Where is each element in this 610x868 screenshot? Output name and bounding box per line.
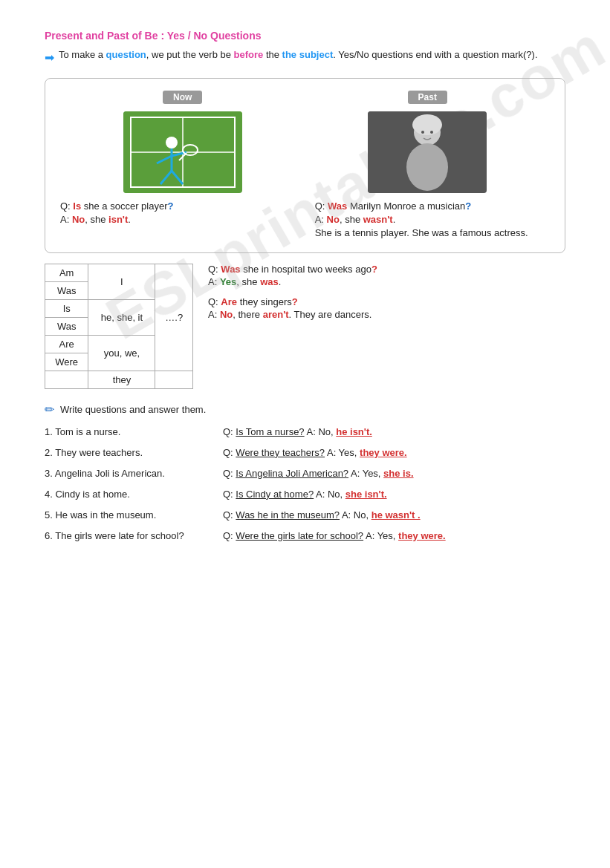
ex-right-5: Q: Was he in the museum? A: No, he wasn'… bbox=[223, 507, 565, 523]
ex-right-1: Q: Is Tom a nurse? A: No, he isn't. bbox=[223, 424, 565, 440]
pencil-icon: ✏ bbox=[45, 402, 54, 417]
table-row: they bbox=[45, 371, 193, 388]
exercise-item-3: 3. Angelina Joli is American. Q: Is Ange… bbox=[45, 466, 565, 482]
ex-left-4: 4. Cindy is at home. bbox=[45, 486, 208, 503]
exercise-item-4: 4. Cindy is at home. Q: Is Cindy at home… bbox=[45, 486, 565, 503]
now-past-row: Now Past bbox=[60, 91, 550, 104]
dots-1: ….? bbox=[155, 264, 193, 371]
exercise-item-6: 6. The girls were late for school? Q: We… bbox=[45, 528, 565, 544]
verb-table-container: Am I ….? Was Is he, she, it Was Are you,… bbox=[45, 264, 193, 389]
qa-block-2: Q: Are they singers? A: No, there aren't… bbox=[208, 296, 565, 320]
past-label: Past bbox=[408, 91, 447, 104]
ex-right-2: Q: Were they teachers? A: Yes, they were… bbox=[223, 445, 565, 461]
q3-text: Q: Was she in hospital two weeks ago? bbox=[208, 264, 565, 275]
verb-am: Am bbox=[45, 264, 88, 281]
marilyn-image bbox=[368, 111, 487, 193]
subj-they: they bbox=[88, 371, 155, 388]
verb-table: Am I ….? Was Is he, she, it Was Are you,… bbox=[45, 264, 193, 389]
q1-text: Q: Is she a soccer player? bbox=[60, 200, 295, 212]
intro-text: To make a question, we put the verb be b… bbox=[59, 48, 538, 63]
a2-extra: She is a tennis player. She was a famous… bbox=[315, 227, 550, 238]
exercise-item-2: 2. They were teachers. Q: Were they teac… bbox=[45, 445, 565, 461]
exercise-item-1: 1. Tom is a nurse. Q: Is Tom a nurse? A:… bbox=[45, 424, 565, 440]
verb-were: Were bbox=[45, 353, 88, 371]
intro-line: ➡ To make a question, we put the verb be… bbox=[45, 48, 565, 68]
exercise-header: ✏ Write questions and answer them. bbox=[45, 402, 565, 417]
a3-text: A: Yes, she was. bbox=[208, 276, 565, 287]
ex-left-3: 3. Angelina Joli is American. bbox=[45, 466, 208, 482]
marilyn-svg bbox=[368, 111, 487, 193]
ex-left-6: 6. The girls were late for school? bbox=[45, 528, 208, 544]
q4-text: Q: Are they singers? bbox=[208, 296, 565, 307]
q-left: Q: Is she a soccer player? A: No, she is… bbox=[60, 200, 295, 241]
main-box: Now Past bbox=[45, 78, 565, 253]
images-row bbox=[60, 111, 550, 193]
verb-is: Is bbox=[45, 299, 88, 317]
a1-text: A: No, she isn't. bbox=[60, 214, 295, 225]
svg-point-17 bbox=[430, 131, 433, 134]
ex-left-1: 1. Tom is a nurse. bbox=[45, 424, 208, 440]
ex-right-6: Q: Were the girls late for school? A: Ye… bbox=[223, 528, 565, 544]
title: Present and Past of Be : Yes / No Questi… bbox=[45, 30, 565, 42]
subj-youwe: you, we, bbox=[88, 335, 155, 371]
a2-text: A: No, she wasn't. bbox=[315, 214, 550, 225]
q2-text: Q: Was Marilyn Monroe a musician? bbox=[315, 200, 550, 212]
subj-i: I bbox=[88, 264, 155, 299]
verb-was2: Was bbox=[45, 317, 88, 335]
svg-point-4 bbox=[166, 137, 178, 149]
verb-was1: Was bbox=[45, 281, 88, 299]
exercise-instruction: Write questions and answer them. bbox=[60, 404, 206, 415]
ex-right-4: Q: Is Cindy at home? A: No, she isn't. bbox=[223, 486, 565, 503]
ex-left-5: 5. He was in the museum. bbox=[45, 507, 208, 523]
right-qa-section: Q: Was she in hospital two weeks ago? A:… bbox=[208, 264, 565, 389]
q-right: Q: Was Marilyn Monroe a musician? A: No,… bbox=[315, 200, 550, 241]
grammar-section: Am I ….? Was Is he, she, it Was Are you,… bbox=[45, 264, 565, 389]
tennis-svg bbox=[123, 111, 242, 193]
exercises-section: ✏ Write questions and answer them. 1. To… bbox=[45, 402, 565, 545]
now-label: Now bbox=[163, 91, 202, 104]
arrow-icon: ➡ bbox=[45, 48, 54, 68]
svg-point-16 bbox=[421, 131, 424, 134]
q-row: Q: Is she a soccer player? A: No, she is… bbox=[60, 200, 550, 241]
table-row: Am I ….? bbox=[45, 264, 193, 281]
svg-point-14 bbox=[406, 143, 448, 191]
tennis-image bbox=[123, 111, 242, 193]
subj-hesheit: he, she, it bbox=[88, 299, 155, 335]
a4-text: A: No, there aren't. They are dancers. bbox=[208, 309, 565, 320]
exercise-item-5: 5. He was in the museum. Q: Was he in th… bbox=[45, 507, 565, 523]
ex-left-2: 2. They were teachers. bbox=[45, 445, 208, 461]
svg-point-15 bbox=[412, 114, 442, 135]
qa-block-1: Q: Was she in hospital two weeks ago? A:… bbox=[208, 264, 565, 287]
ex-right-3: Q: Is Angelina Joli American? A: Yes, sh… bbox=[223, 466, 565, 482]
verb-are: Are bbox=[45, 335, 88, 353]
